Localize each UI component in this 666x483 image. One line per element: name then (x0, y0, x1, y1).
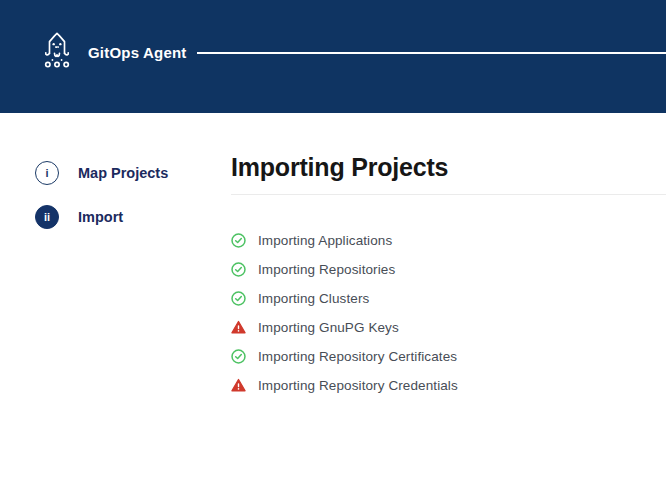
import-status-row: Importing Repository Credentials (231, 371, 646, 400)
import-status-label: Importing Applications (258, 233, 392, 248)
sidebar-step-map-projects[interactable]: i Map Projects (35, 161, 168, 185)
sidebar-step-import[interactable]: ii Import (35, 205, 123, 229)
app-header: GitOps Agent (0, 0, 666, 113)
import-status-row: Importing Repository Certificates (231, 342, 646, 371)
step-label: Import (78, 209, 123, 225)
warning-triangle-icon (231, 320, 246, 335)
import-status-label: Importing Repository Certificates (258, 349, 457, 364)
check-circle-icon (231, 262, 246, 277)
check-circle-icon (231, 349, 246, 364)
import-status-list: Importing Applications Importing Reposit… (231, 226, 646, 400)
import-status-label: Importing GnuPG Keys (258, 320, 399, 335)
header-rule (197, 52, 666, 54)
import-status-row: Importing Repositories (231, 255, 646, 284)
import-status-label: Importing Clusters (258, 291, 369, 306)
check-circle-icon (231, 233, 246, 248)
import-status-label: Importing Repositories (258, 262, 395, 277)
brand-title: GitOps Agent (88, 45, 187, 61)
import-status-row: Importing Applications (231, 226, 646, 255)
step-number-badge: ii (35, 205, 59, 229)
title-divider (231, 194, 666, 195)
import-status-row: Importing Clusters (231, 284, 646, 313)
import-status-label: Importing Repository Credentials (258, 378, 458, 393)
warning-triangle-icon (231, 378, 246, 393)
step-number-badge: i (35, 161, 59, 185)
octopus-logo-icon (37, 29, 77, 71)
page-title: Importing Projects (231, 153, 448, 182)
page: GitOps Agent i Map Projects ii Import Im… (0, 0, 666, 483)
check-circle-icon (231, 291, 246, 306)
step-label: Map Projects (78, 165, 168, 181)
import-status-row: Importing GnuPG Keys (231, 313, 646, 342)
